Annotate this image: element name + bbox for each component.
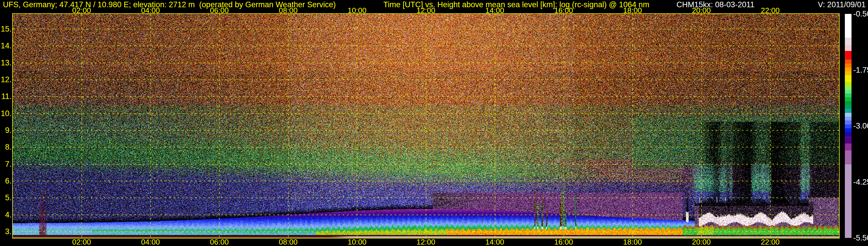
x-tick-label-top: 16:00	[544, 7, 584, 14]
x-tick-label-top: 12:00	[406, 7, 446, 14]
y-tick-label: 14.	[0, 42, 11, 50]
y-tick-label: 6.	[0, 177, 11, 185]
colorbar-segment	[845, 51, 851, 56]
colorbar-segment	[845, 136, 851, 144]
colorbar-tick-label: -5.50	[853, 234, 868, 242]
x-tick-label-top: 14:00	[474, 7, 515, 14]
y-tick-label: 11.	[0, 92, 11, 100]
y-tick-label: 15.	[0, 25, 11, 33]
x-tick-label-top: 04:00	[130, 7, 171, 14]
x-tick-label-bottom: 02:00	[61, 239, 102, 245]
x-tick-label-top: 10:00	[337, 7, 377, 14]
y-tick-label: 13.	[0, 59, 11, 67]
colorbar-tick-label: -3.00	[853, 122, 868, 130]
y-tick-label: 3.	[0, 227, 11, 236]
y-tick-label: 5.	[0, 194, 11, 202]
y-tick-label: 9.	[0, 126, 11, 134]
colorbar-segment	[845, 38, 851, 45]
colorbar-segment	[845, 128, 851, 132]
colorbar-tick-label: -1.75	[853, 66, 868, 74]
colorbar-segment	[845, 60, 851, 64]
colorbar	[845, 14, 851, 238]
colorbar-segment	[845, 117, 851, 120]
y-tick-label: 10.	[0, 110, 11, 118]
colorbar-segment	[845, 101, 851, 105]
x-tick-label-bottom: 22:00	[750, 239, 790, 245]
colorbar-segment	[845, 144, 851, 151]
colorbar-segment	[845, 14, 851, 38]
colorbar-segment	[845, 45, 851, 51]
colorbar-segment	[845, 120, 851, 124]
x-tick-label-bottom: 12:00	[406, 239, 446, 245]
y-tick-label: 12.	[0, 75, 11, 84]
x-tick-label-bottom: 06:00	[199, 239, 240, 245]
x-tick-label-top: 20:00	[681, 7, 722, 14]
x-tick-label-bottom: 20:00	[681, 239, 722, 245]
colorbar-segment	[845, 56, 851, 60]
heatmap-plot-area	[12, 13, 840, 239]
colorbar-segment	[845, 124, 851, 128]
colorbar-segment	[845, 132, 851, 136]
colorbar-segment	[845, 93, 851, 97]
colorbar-segment	[845, 82, 851, 86]
x-tick-label-bottom: 04:00	[130, 239, 171, 245]
colorbar-segment	[845, 79, 851, 82]
y-tick-label: 8.	[0, 143, 11, 151]
colorbar-segment	[845, 113, 851, 117]
colorbar-tick-label: -0.50	[853, 10, 868, 18]
x-tick-label-top: 06:00	[199, 7, 240, 14]
colorbar-segment	[845, 67, 851, 71]
colorbar-segment	[845, 164, 851, 238]
colorbar-tick-label: -4.25	[853, 178, 868, 186]
x-tick-label-bottom: 10:00	[337, 239, 377, 245]
x-tick-label-top: 22:00	[750, 7, 790, 14]
version-label: V: 2011/09/01	[818, 1, 866, 9]
x-tick-label-bottom: 16:00	[544, 239, 584, 245]
colorbar-segment	[845, 109, 851, 113]
x-tick-label-bottom: 14:00	[474, 239, 515, 245]
colorbar-segment	[845, 97, 851, 101]
y-tick-label: 7.	[0, 160, 11, 168]
x-tick-label-bottom: 18:00	[612, 239, 653, 245]
colorbar-segment	[845, 105, 851, 109]
colorbar-segment	[845, 64, 851, 67]
x-tick-label-top: 02:00	[61, 7, 102, 14]
colorbar-segment	[845, 86, 851, 90]
heatmap-canvas	[13, 14, 839, 238]
x-tick-label-top: 08:00	[268, 7, 308, 14]
colorbar-segment	[845, 90, 851, 93]
colorbar-segment	[845, 71, 851, 75]
y-tick-label: 4.	[0, 211, 11, 219]
colorbar-segment	[845, 151, 851, 164]
x-tick-label-bottom: 08:00	[268, 239, 308, 245]
x-tick-label-top: 18:00	[612, 7, 653, 14]
colorbar-segment	[845, 75, 851, 79]
